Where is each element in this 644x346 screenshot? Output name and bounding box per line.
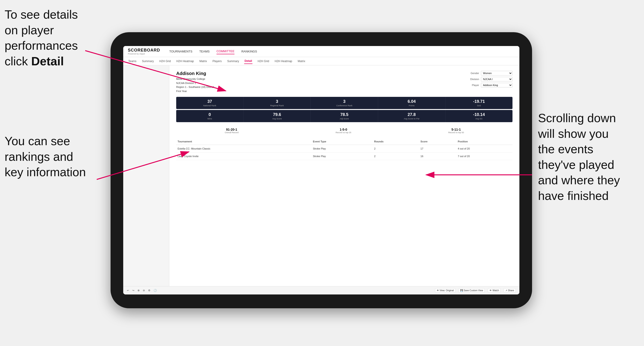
sub-nav-h2h-heatmap[interactable]: H2H Heatmap xyxy=(176,59,194,64)
gender-label: Gender xyxy=(466,72,479,75)
sub-nav-summary[interactable]: Summary xyxy=(142,59,154,64)
overall-record: 91-20-1 Overall Record xyxy=(225,128,238,134)
regional-rank-value: 3 xyxy=(245,99,309,104)
annotation-detail-bold: Detail xyxy=(31,54,64,68)
sub-nav: Teams Summary H2H Grid H2H Heatmap Matri… xyxy=(123,57,520,65)
row2-score: 16 xyxy=(419,153,456,160)
stat-avg-score-par: 27.8 Avg Score to Par xyxy=(378,110,446,122)
row1-rounds: 2 xyxy=(373,145,419,153)
top25-record-label: Record vs top 25 xyxy=(336,131,351,134)
share-label: Share xyxy=(508,289,514,292)
national-rank-label: National Rank xyxy=(178,104,242,107)
gender-select[interactable]: Women Men xyxy=(481,71,512,75)
col-event-type: Event Type xyxy=(312,138,373,145)
col-rounds: Rounds xyxy=(373,138,419,145)
national-rank-value: 37 xyxy=(178,99,242,104)
sos-label: SoS xyxy=(447,104,511,107)
conference-rank-value: 3 xyxy=(312,99,376,104)
save-icon: 💾 xyxy=(460,289,463,292)
table-row: Lady Coyote Invite Stroke Play 2 16 7 ou… xyxy=(176,153,512,160)
col-score: Score xyxy=(419,138,456,145)
top25-record-value: 1-5-0 xyxy=(336,128,351,131)
division-label: Division xyxy=(466,78,479,81)
sub-nav-players[interactable]: Players xyxy=(212,59,222,64)
nav-items: TOURNAMENTS TEAMS COMMITTEE RANKINGS xyxy=(169,48,257,54)
save-custom-label: Save Custom View xyxy=(464,289,483,292)
stat-wins: 0 Wins xyxy=(176,110,244,122)
division-select[interactable]: NJCAA I NJCAA II xyxy=(481,77,512,81)
save-custom-button[interactable]: 💾 Save Custom View xyxy=(458,288,484,293)
top50-record: 5-11-1 Record vs top 50 xyxy=(448,128,464,134)
annotation-text2: You can seerankings andkey information xyxy=(4,134,86,179)
stat-conference-rank: 3 Conference Rank xyxy=(311,97,378,109)
row1-position: 4 out of 20 xyxy=(456,145,512,153)
avg-score-value: 79.6 xyxy=(245,112,309,117)
row2-event-type: Stroke Play xyxy=(312,153,373,160)
avg-sg-label: Avg SG xyxy=(447,118,511,120)
redo-icon[interactable]: ↪ xyxy=(132,289,134,292)
overall-record-label: Overall Record xyxy=(225,131,238,134)
wins-label: Wins xyxy=(178,118,242,120)
clock-icon[interactable]: 🕐 xyxy=(154,289,157,292)
zoom-in-icon[interactable]: ⊕ xyxy=(138,289,140,292)
row2-position: 7 out of 20 xyxy=(456,153,512,160)
stat-sos: -19.71 SoS xyxy=(446,97,512,109)
eye-icon: 👁 xyxy=(437,289,439,292)
tablet-frame: SCOREBOARD Powered by clippd TOURNAMENTS… xyxy=(110,32,532,308)
bottom-toolbar: ↩ ↪ ⊕ ⊖ ⚙ 🕐 👁 View: Original 💾 Save Cust… xyxy=(123,286,520,295)
row2-tournament: Lady Coyote Invite xyxy=(176,153,312,160)
avg-score-par-label: Avg Score to Par xyxy=(380,118,444,120)
zoom-out-icon[interactable]: ⊖ xyxy=(143,289,145,292)
sub-nav-teams[interactable]: Teams xyxy=(128,59,137,64)
sub-nav-matrix[interactable]: Matrix xyxy=(199,59,208,64)
stat-adj-score: 78.5 Adj Score xyxy=(311,110,378,122)
top50-record-value: 5-11-1 xyxy=(448,128,464,131)
sub-nav-summary2[interactable]: Summary xyxy=(227,59,239,64)
table-row: Estella CC- Mountain Classic Stroke Play… xyxy=(176,145,512,153)
player-info: Addison King Mesa Community College NJCA… xyxy=(176,71,214,93)
top25-record: 1-5-0 Record vs top 25 xyxy=(336,128,351,134)
stat-national-rank: 37 National Rank xyxy=(176,97,244,109)
sos-value: -19.71 xyxy=(447,99,511,104)
tournament-table: Tournament Event Type Rounds Score Posit… xyxy=(176,138,512,160)
sub-nav-h2h-heatmap2[interactable]: H2H Heatmap xyxy=(274,59,292,64)
adj-score-label: Adj Score xyxy=(312,118,376,120)
avg-sg-value: -10.14 xyxy=(447,112,511,117)
sub-nav-detail[interactable]: Detail xyxy=(244,58,253,64)
player-controls: Gender Women Men Division NJCAA I NJCAA … xyxy=(466,71,512,93)
gender-control: Gender Women Men xyxy=(466,71,512,75)
sub-nav-h2h-grid[interactable]: H2H Grid xyxy=(159,59,171,64)
nav-teams[interactable]: TEAMS xyxy=(199,49,210,54)
view-original-button[interactable]: 👁 View: Original xyxy=(435,288,456,293)
watch-icon: 👁 xyxy=(490,289,492,292)
nav-rankings[interactable]: RANKINGS xyxy=(242,49,257,54)
logo-title: SCOREBOARD xyxy=(128,48,160,53)
view-original-label: View: Original xyxy=(440,289,454,292)
undo-icon[interactable]: ↩ xyxy=(127,289,129,292)
annotation-text3: Scrolling downwill show youthe eventsthe… xyxy=(538,111,620,202)
row1-event-type: Stroke Play xyxy=(312,145,373,153)
top50-record-label: Record vs top 50 xyxy=(448,131,464,134)
watch-button[interactable]: 👁 Watch xyxy=(488,288,500,293)
row1-score: 17 xyxy=(419,145,456,153)
content-area: Addison King Mesa Community College NJCA… xyxy=(169,65,520,286)
conference-rank-label: Conference Rank xyxy=(312,104,376,107)
stat-points: 6.04 Points xyxy=(378,97,446,109)
settings-icon[interactable]: ⚙ xyxy=(148,289,150,292)
player-select[interactable]: Addison King xyxy=(481,83,512,87)
col-position: Position xyxy=(456,138,512,145)
wins-value: 0 xyxy=(178,112,242,117)
nav-tournaments[interactable]: TOURNAMENTS xyxy=(169,49,192,54)
sub-nav-matrix2[interactable]: Matrix xyxy=(297,59,306,64)
overall-record-value: 91-20-1 xyxy=(225,128,238,131)
sub-nav-h2h-grid2[interactable]: H2H Grid xyxy=(257,59,270,64)
annotation-bottom-left: You can seerankings andkey information xyxy=(4,133,92,180)
nav-committee[interactable]: COMMITTEE xyxy=(216,48,234,54)
top-nav: SCOREBOARD Powered by clippd TOURNAMENTS… xyxy=(123,46,520,57)
points-value: 6.04 xyxy=(380,99,444,104)
share-button[interactable]: ↗ Share xyxy=(504,288,516,293)
records-row: 91-20-1 Overall Record 1-5-0 Record vs t… xyxy=(176,125,512,136)
col-tournament: Tournament xyxy=(176,138,312,145)
avg-score-label: Avg Score xyxy=(245,118,309,120)
player-region: Region 1 - Southwest (18) District xyxy=(176,86,214,88)
